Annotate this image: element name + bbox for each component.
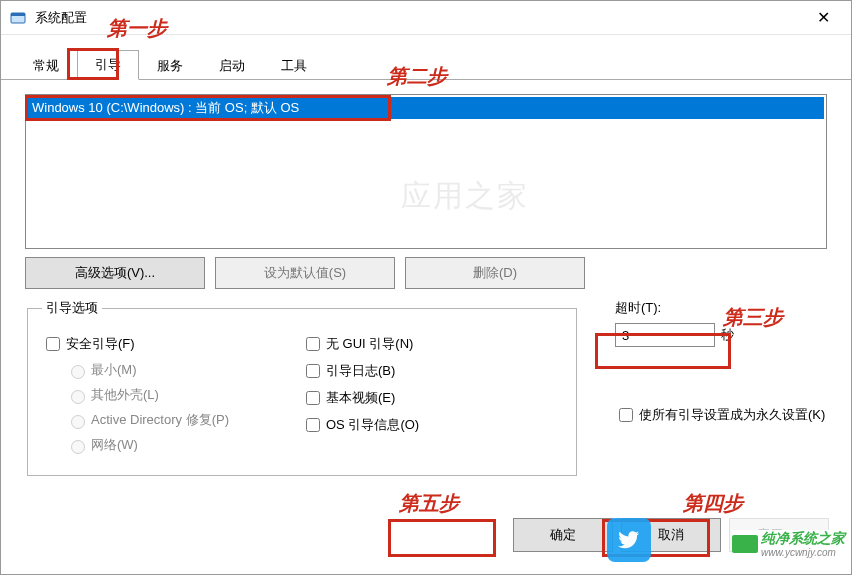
ok-button[interactable]: 确定 — [513, 518, 613, 552]
tab-general[interactable]: 常规 — [15, 51, 77, 80]
safe-boot-ad-label: Active Directory 修复(P) — [91, 411, 229, 429]
svg-rect-1 — [11, 13, 25, 16]
brand-url: www.ycwnjy.com — [761, 547, 845, 558]
brand-name: 纯净系统之家 — [761, 530, 845, 546]
timeout-unit: 秒 — [721, 326, 734, 344]
safe-boot-altshell-label: 其他外壳(L) — [91, 386, 159, 404]
anno-box-step5 — [388, 519, 496, 557]
tab-strip: 常规 引导 服务 启动 工具 — [1, 50, 851, 80]
safe-boot-net-radio: 网络(W) — [66, 436, 302, 454]
timeout-input[interactable] — [615, 323, 715, 347]
os-listbox[interactable]: Windows 10 (C:\Windows) : 当前 OS; 默认 OS — [25, 94, 827, 249]
boot-options-legend: 引导选项 — [42, 299, 102, 317]
brand-watermark: 纯净系统之家 www.ycwnjy.com — [732, 530, 845, 558]
bird-watermark-icon — [607, 518, 651, 562]
tab-tools[interactable]: 工具 — [263, 51, 325, 80]
anno-text-step4: 第四步 — [683, 490, 743, 517]
base-video-label: 基本视频(E) — [326, 389, 395, 407]
tab-services[interactable]: 服务 — [139, 51, 201, 80]
brand-logo-icon — [732, 535, 758, 553]
safe-boot-label: 安全引导(F) — [66, 335, 135, 353]
tab-boot[interactable]: 引导 — [77, 50, 139, 80]
safe-boot-net-label: 网络(W) — [91, 436, 138, 454]
safe-boot-altshell-radio: 其他外壳(L) — [66, 386, 302, 404]
close-button[interactable]: ✕ — [803, 4, 843, 32]
safe-boot-min-radio: 最小(M) — [66, 361, 302, 379]
tab-content: Windows 10 (C:\Windows) : 当前 OS; 默认 OS 高… — [1, 80, 851, 486]
titlebar: 系统配置 ✕ — [1, 1, 851, 35]
os-info-checkbox[interactable]: OS 引导信息(O) — [302, 415, 562, 435]
boot-log-checkbox[interactable]: 引导日志(B) — [302, 361, 562, 381]
no-gui-checkbox[interactable]: 无 GUI 引导(N) — [302, 334, 562, 354]
boot-button-row: 高级选项(V)... 设为默认值(S) 删除(D) — [25, 257, 827, 289]
os-info-label: OS 引导信息(O) — [326, 416, 419, 434]
boot-log-label: 引导日志(B) — [326, 362, 395, 380]
permanent-settings-label: 使所有引导设置成为永久设置(K) — [639, 406, 825, 424]
safe-boot-min-label: 最小(M) — [91, 361, 137, 379]
timeout-column: 超时(T): 秒 使所有引导设置成为永久设置(K) — [615, 299, 827, 476]
advanced-options-button[interactable]: 高级选项(V)... — [25, 257, 205, 289]
app-icon — [9, 9, 27, 27]
safe-boot-ad-radio: Active Directory 修复(P) — [66, 411, 302, 429]
set-default-button: 设为默认值(S) — [215, 257, 395, 289]
anno-text-step5: 第五步 — [399, 490, 459, 517]
delete-button: 删除(D) — [405, 257, 585, 289]
tab-startup[interactable]: 启动 — [201, 51, 263, 80]
no-gui-label: 无 GUI 引导(N) — [326, 335, 413, 353]
boot-options-group: 引导选项 安全引导(F) 最小(M) 其他外壳(L) Active Direct… — [27, 299, 577, 476]
safe-boot-checkbox[interactable]: 安全引导(F) — [42, 334, 302, 354]
base-video-checkbox[interactable]: 基本视频(E) — [302, 388, 562, 408]
timeout-label: 超时(T): — [615, 299, 827, 317]
window-title: 系统配置 — [35, 9, 87, 27]
permanent-settings-checkbox[interactable]: 使所有引导设置成为永久设置(K) — [615, 405, 827, 425]
os-list-item[interactable]: Windows 10 (C:\Windows) : 当前 OS; 默认 OS — [28, 97, 824, 119]
